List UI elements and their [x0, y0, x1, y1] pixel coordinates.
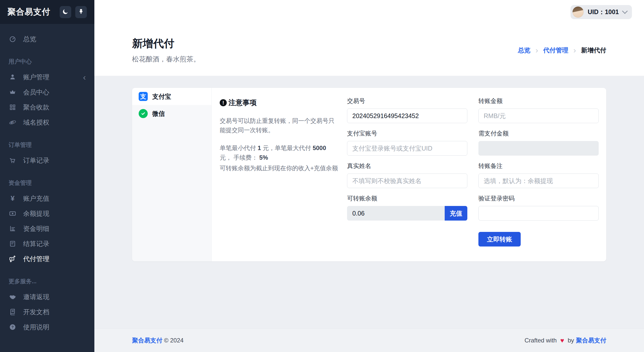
sidebar-item-label: 余额提现	[23, 209, 49, 218]
sidebar-nav: 总览 用户中心 账户管理 ‹ 会员中心 聚合收款 e 域名授权 订单管理	[0, 24, 94, 352]
content-area: 支 支付宝 微信 ! 注意事项 交易号可以防止重复转账，同一个交易	[94, 76, 644, 329]
amount-field-group: 转账金额	[478, 97, 599, 123]
sidebar-item-member-center[interactable]: 会员中心	[0, 85, 94, 100]
avatar	[573, 7, 584, 18]
sidebar-item-label: 聚合收款	[23, 103, 49, 112]
crown-icon	[9, 88, 17, 96]
sidebar-item-account-management[interactable]: 账户管理 ‹	[0, 69, 94, 85]
amount-input[interactable]	[478, 109, 599, 123]
real-name-label: 真实姓名	[347, 162, 467, 170]
remark-label: 转账备注	[478, 162, 599, 170]
recharge-button[interactable]: 充值	[445, 206, 467, 221]
remark-field-group: 转账备注	[478, 162, 599, 188]
payout-card: 支 支付宝 微信 ! 注意事项 交易号可以防止重复转账，同一个交易	[132, 88, 606, 261]
sidebar-item-label: 账户管理	[23, 73, 49, 82]
footer-brand-link[interactable]: 聚合易支付	[132, 337, 162, 344]
breadcrumb-current: 新增代付	[581, 46, 606, 54]
chevron-down-icon	[622, 8, 628, 14]
dark-mode-button[interactable]	[60, 6, 71, 18]
qrcode-icon	[9, 103, 17, 111]
svg-text:?: ?	[12, 325, 14, 329]
amount-label: 转账金额	[478, 97, 599, 105]
page-header: 新增代付 松花酿酒，春水煎茶。 总览 › 代付管理 › 新增代付	[94, 24, 644, 76]
handshake-icon	[9, 293, 17, 301]
uid-value: 1001	[605, 8, 619, 15]
sidebar-item-usage-guide[interactable]: ? 使用说明	[0, 320, 94, 335]
sidebar-section-funds-management: 资金管理	[0, 179, 94, 187]
remark-input[interactable]	[478, 173, 599, 188]
wechat-icon	[139, 109, 148, 118]
brush-icon	[78, 8, 84, 16]
sidebar-item-label: 账户充值	[23, 194, 49, 203]
gauge-icon	[9, 35, 17, 43]
theme-brush-button[interactable]	[75, 6, 87, 18]
breadcrumb-overview[interactable]: 总览	[518, 46, 531, 54]
password-label: 验证登录密码	[478, 194, 599, 202]
sidebar-item-aggregate-collection[interactable]: 聚合收款	[0, 100, 94, 115]
tab-label: 微信	[152, 110, 165, 118]
main-area: UID：1001 新增代付 松花酿酒，春水煎茶。 总览 › 代付管理 › 新增代…	[94, 0, 644, 352]
question-icon: ?	[9, 323, 17, 331]
balance-input	[347, 206, 445, 221]
book-icon	[9, 308, 17, 316]
breadcrumb-payout-management[interactable]: 代付管理	[543, 46, 568, 54]
sidebar-item-order-records[interactable]: 订单记录	[0, 153, 94, 168]
sidebar-header: 聚合易支付	[0, 0, 94, 24]
password-input[interactable]	[478, 206, 599, 221]
pay-amount-field-group: 需支付金额	[478, 129, 599, 156]
sidebar-section-user-center: 用户中心	[0, 58, 94, 65]
notice-panel: ! 注意事项 交易号可以防止重复转账，同一个交易号只能提交同一次转账。 单笔最小…	[220, 97, 338, 254]
trade-number-field-group: 交易号	[347, 97, 467, 123]
alipay-icon: 支	[139, 92, 148, 101]
footer-brand-link-2[interactable]: 聚合易支付	[576, 336, 606, 344]
real-name-input[interactable]	[347, 173, 467, 188]
sidebar-item-dev-docs[interactable]: 开发文档	[0, 304, 94, 320]
sidebar-item-funds-detail[interactable]: 资金明细	[0, 221, 94, 236]
page-title-group: 新增代付 松花酿酒，春水煎茶。	[132, 37, 200, 64]
sidebar-item-invite-cashback[interactable]: 邀请返现	[0, 289, 94, 304]
password-field-group: 验证登录密码	[478, 194, 599, 221]
footer-credit: Crafted with ♥ by 聚合易支付	[524, 336, 606, 344]
sidebar-item-settlement-records[interactable]: 结算记录	[0, 236, 94, 251]
transfer-icon	[9, 255, 17, 263]
chevron-left-icon: ‹	[83, 73, 86, 81]
payment-method-tabs: 支 支付宝 微信	[132, 88, 212, 261]
exclamation-icon: !	[220, 99, 227, 106]
heart-icon: ♥	[560, 337, 564, 344]
sidebar-item-label: 订单记录	[23, 156, 49, 165]
form-column-left: 交易号 支付宝账号 真实姓名	[347, 97, 467, 247]
svg-text:e: e	[11, 119, 14, 125]
sidebar-section-more-services: 更多服务...	[0, 277, 94, 285]
sidebar-item-payout-management[interactable]: 代付管理	[0, 251, 94, 266]
balance-label: 可转账余额	[347, 194, 467, 202]
chevron-right-icon: ›	[536, 46, 538, 54]
submit-transfer-button[interactable]: 立即转账	[478, 232, 521, 247]
sidebar-item-overview[interactable]: 总览	[0, 31, 94, 47]
tab-wechat[interactable]: 微信	[132, 105, 211, 122]
sidebar-item-label: 资金明细	[23, 224, 49, 233]
real-name-field-group: 真实姓名	[347, 162, 467, 188]
user-menu[interactable]: UID：1001	[571, 5, 632, 19]
alipay-account-input[interactable]	[347, 141, 467, 156]
sidebar-item-account-recharge[interactable]: ¥ 账户充值	[0, 191, 94, 206]
sidebar-item-label: 代付管理	[23, 255, 49, 263]
card-body: ! 注意事项 交易号可以防止重复转账，同一个交易号只能提交同一次转账。 单笔最小…	[212, 88, 606, 261]
cart-icon	[9, 156, 17, 164]
chart-icon	[9, 225, 17, 233]
sidebar-item-label: 使用说明	[23, 323, 49, 332]
pay-amount-input	[478, 141, 599, 156]
sidebar-item-domain-authorization[interactable]: e 域名授权	[0, 115, 94, 130]
balance-field-group: 可转账余额 充值	[347, 194, 467, 221]
theme-actions	[60, 6, 87, 18]
tab-label: 支付宝	[152, 92, 171, 101]
alipay-account-field-group: 支付宝账号	[347, 129, 467, 156]
tab-alipay[interactable]: 支 支付宝	[132, 88, 211, 105]
sidebar-item-label: 会员中心	[23, 88, 49, 97]
trade-number-input[interactable]	[347, 109, 467, 123]
explorer-icon: e	[9, 118, 17, 126]
form-column-right: 转账金额 需支付金额 转账备注	[478, 97, 599, 247]
footer-copyright: 聚合易支付 © 2024	[132, 336, 183, 344]
sidebar-item-balance-withdrawal[interactable]: 余额提现	[0, 206, 94, 221]
sidebar-item-label: 邀请返现	[23, 293, 49, 301]
yen-icon: ¥	[9, 194, 17, 202]
